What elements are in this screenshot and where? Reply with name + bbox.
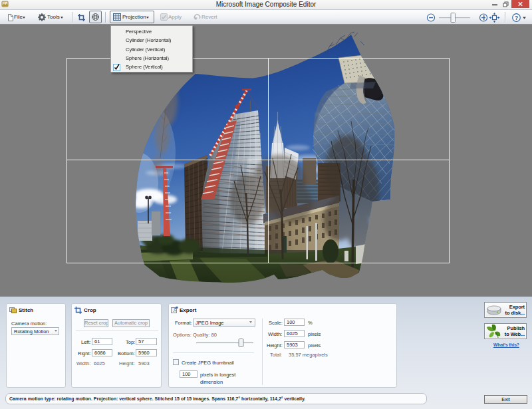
svg-text:?: ? [515, 15, 518, 21]
